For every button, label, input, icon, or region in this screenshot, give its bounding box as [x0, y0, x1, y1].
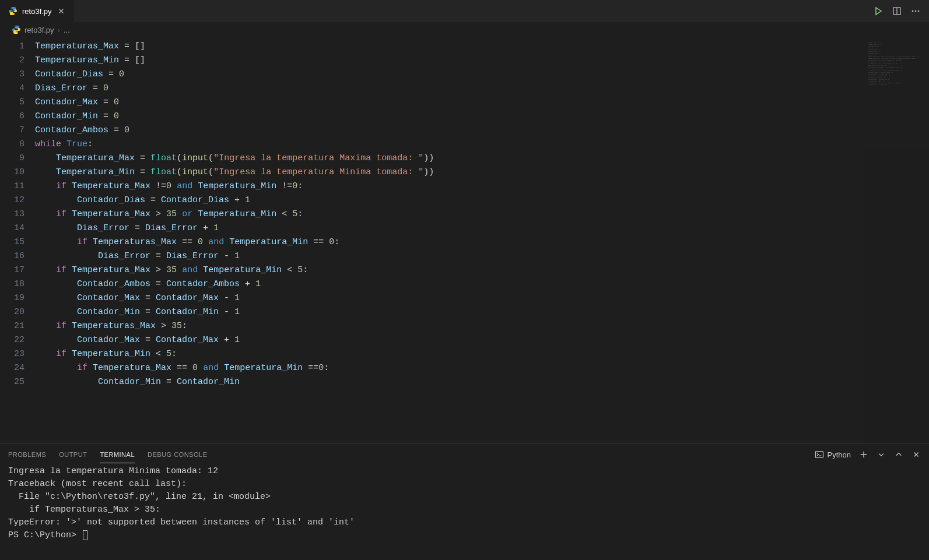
- code-content: Contador_Dias = Contador_Dias + 1: [35, 193, 865, 207]
- code-line[interactable]: 6Contador_Min = 0: [0, 110, 865, 124]
- code-line[interactable]: 9 Temperatura_Max = float(input("Ingresa…: [0, 152, 865, 165]
- python-file-icon: [12, 25, 21, 34]
- code-line[interactable]: 13 if Temperatura_Max > 35 or Temperatur…: [0, 207, 865, 221]
- code-line[interactable]: 15 if Temperaturas_Max == 0 and Temperat…: [0, 235, 865, 249]
- code-content: Contador_Min = 0: [35, 110, 865, 124]
- code-content: Temperaturas_Max = []: [35, 40, 865, 54]
- code-line[interactable]: 4Dias_Error = 0: [0, 82, 865, 96]
- tab-debug-console[interactable]: DEBUG CONSOLE: [148, 446, 207, 463]
- code-content: Contador_Max = 0: [35, 96, 865, 110]
- svg-point-3: [915, 10, 917, 12]
- line-number: 12: [0, 193, 35, 207]
- terminal-dropdown-icon[interactable]: [877, 450, 886, 459]
- code-line[interactable]: 11 if Temperatura_Max !=0 and Temperatur…: [0, 179, 865, 193]
- line-number: 6: [0, 110, 35, 124]
- line-number: 21: [0, 319, 35, 333]
- line-number: 20: [0, 305, 35, 319]
- code-line[interactable]: 19 Contador_Max = Contador_Max - 1: [0, 291, 865, 305]
- code-line[interactable]: 21 if Temperaturas_Max > 35:: [0, 319, 865, 333]
- line-number: 24: [0, 361, 35, 375]
- code-line[interactable]: 3Contador_Dias = 0: [0, 68, 865, 82]
- code-line[interactable]: 23 if Temperatura_Min < 5:: [0, 347, 865, 361]
- code-line[interactable]: 7Contador_Ambos = 0: [0, 124, 865, 138]
- code-line[interactable]: 20 Contador_Min = Contador_Min - 1: [0, 305, 865, 319]
- code-content: Temperatura_Max = float(input("Ingresa l…: [35, 152, 865, 165]
- line-number: 13: [0, 207, 35, 221]
- terminal-shell-selector[interactable]: Python: [815, 450, 851, 459]
- code-content: if Temperatura_Min < 5:: [35, 347, 865, 361]
- breadcrumb[interactable]: reto3f.py › ...: [0, 22, 929, 37]
- code-content: while True:: [35, 138, 865, 152]
- code-content: Temperaturas_Min = []: [35, 54, 865, 68]
- line-number: 14: [0, 221, 35, 235]
- code-line[interactable]: 25 Contador_Min = Contador_Min: [0, 375, 865, 389]
- chevron-right-icon: ›: [58, 26, 60, 34]
- code-line[interactable]: 12 Contador_Dias = Contador_Dias + 1: [0, 193, 865, 207]
- terminal-output[interactable]: Ingresa la temperatura Minima tomada: 12…: [0, 465, 929, 560]
- code-content: Contador_Max = Contador_Max - 1: [35, 291, 865, 305]
- code-editor[interactable]: 1Temperaturas_Max = []2Temperaturas_Min …: [0, 37, 865, 443]
- code-line[interactable]: 1Temperaturas_Max = []: [0, 40, 865, 54]
- code-line[interactable]: 24 if Temperatura_Max == 0 and Temperatu…: [0, 361, 865, 375]
- line-number: 15: [0, 235, 35, 249]
- terminal-prompt[interactable]: PS C:\Python>: [8, 529, 921, 542]
- tab-problems[interactable]: PROBLEMS: [8, 446, 46, 463]
- line-number: 16: [0, 249, 35, 263]
- code-content: Contador_Min = Contador_Min - 1: [35, 305, 865, 319]
- code-line[interactable]: 16 Dias_Error = Dias_Error - 1: [0, 249, 865, 263]
- tab-output[interactable]: OUTPUT: [59, 446, 87, 463]
- tab-bar: reto3f.py: [0, 0, 929, 22]
- code-line[interactable]: 5Contador_Max = 0: [0, 96, 865, 110]
- line-number: 5: [0, 96, 35, 110]
- code-content: Dias_Error = Dias_Error + 1: [35, 221, 865, 235]
- tab-reto3f[interactable]: reto3f.py: [0, 0, 75, 22]
- code-content: Contador_Max = Contador_Max + 1: [35, 333, 865, 347]
- code-line[interactable]: 17 if Temperatura_Max > 35 and Temperatu…: [0, 263, 865, 277]
- code-content: if Temperaturas_Max > 35:: [35, 319, 865, 333]
- editor-area: 1Temperaturas_Max = []2Temperaturas_Min …: [0, 37, 929, 443]
- line-number: 18: [0, 277, 35, 291]
- line-number: 1: [0, 40, 35, 54]
- code-content: if Temperatura_Max > 35 or Temperatura_M…: [35, 207, 865, 221]
- code-content: if Temperatura_Max > 35 and Temperatura_…: [35, 263, 865, 277]
- maximize-panel-icon[interactable]: [894, 450, 903, 459]
- line-number: 25: [0, 375, 35, 389]
- code-line[interactable]: 10 Temperatura_Min = float(input("Ingres…: [0, 165, 865, 179]
- code-content: Temperatura_Min = float(input("Ingresa l…: [35, 165, 865, 179]
- tab-terminal[interactable]: TERMINAL: [100, 446, 135, 463]
- bottom-panel: PROBLEMS OUTPUT TERMINAL DEBUG CONSOLE P…: [0, 443, 929, 560]
- terminal-line: Ingresa la temperatura Minima tomada: 12: [8, 465, 921, 478]
- split-editor-icon[interactable]: [892, 6, 902, 16]
- code-line[interactable]: 8while True:: [0, 138, 865, 152]
- breadcrumb-file[interactable]: reto3f.py: [24, 26, 54, 34]
- tabs-container: reto3f.py: [0, 0, 75, 22]
- line-number: 10: [0, 165, 35, 179]
- python-file-icon: [8, 6, 17, 16]
- code-line[interactable]: 22 Contador_Max = Contador_Max + 1: [0, 333, 865, 347]
- code-content: if Temperatura_Max !=0 and Temperatura_M…: [35, 179, 865, 193]
- panel-actions: Python: [815, 450, 921, 459]
- tab-label: reto3f.py: [22, 7, 52, 16]
- minimap[interactable]: Temperaturas_Max = []Temperaturas_Min = …: [865, 37, 929, 443]
- line-number: 9: [0, 152, 35, 165]
- code-line[interactable]: 18 Contador_Ambos = Contador_Ambos + 1: [0, 277, 865, 291]
- code-content: if Temperatura_Max == 0 and Temperatura_…: [35, 361, 865, 375]
- code-content: Dias_Error = Dias_Error - 1: [35, 249, 865, 263]
- svg-point-4: [918, 10, 920, 12]
- run-icon[interactable]: [873, 6, 884, 16]
- code-content: Dias_Error = 0: [35, 82, 865, 96]
- line-number: 8: [0, 138, 35, 152]
- new-terminal-icon[interactable]: [859, 450, 868, 459]
- line-number: 3: [0, 68, 35, 82]
- code-line[interactable]: 14 Dias_Error = Dias_Error + 1: [0, 221, 865, 235]
- more-icon[interactable]: [910, 6, 921, 16]
- breadcrumb-more: ...: [64, 26, 70, 34]
- terminal-line: File "c:\Python\reto3f.py", line 21, in …: [8, 491, 921, 503]
- close-icon[interactable]: [57, 6, 66, 16]
- code-line[interactable]: 2Temperaturas_Min = []: [0, 54, 865, 68]
- terminal-line: if Temperaturas_Max > 35:: [8, 503, 921, 516]
- line-number: 22: [0, 333, 35, 347]
- line-number: 4: [0, 82, 35, 96]
- close-panel-icon[interactable]: [912, 450, 921, 459]
- terminal-line: Traceback (most recent call last):: [8, 478, 921, 491]
